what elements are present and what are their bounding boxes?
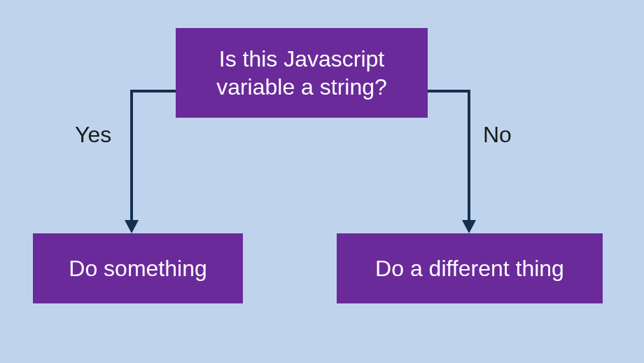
arrow-no bbox=[0, 0, 644, 363]
svg-marker-1 bbox=[462, 220, 476, 233]
